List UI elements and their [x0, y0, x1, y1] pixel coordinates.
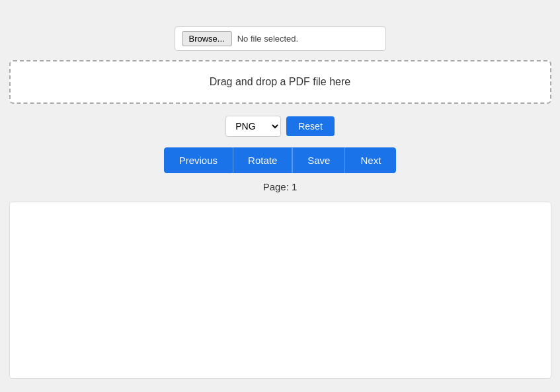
- nav-row: Previous Rotate Save Next: [164, 147, 397, 173]
- next-button[interactable]: Next: [345, 147, 396, 173]
- drop-zone[interactable]: Drag and drop a PDF file here: [9, 60, 551, 104]
- controls-row: PNG JPG WEBP Reset: [225, 116, 335, 137]
- browse-button[interactable]: Browse...: [182, 31, 232, 46]
- page-label: Page: 1: [263, 181, 298, 192]
- previous-button[interactable]: Previous: [164, 147, 233, 173]
- preview-area: [9, 202, 551, 379]
- no-file-label: No file selected.: [237, 34, 299, 44]
- format-select[interactable]: PNG JPG WEBP: [225, 116, 281, 137]
- save-button[interactable]: Save: [292, 147, 345, 173]
- file-input-wrapper: Browse... No file selected.: [175, 26, 386, 51]
- drop-zone-text: Drag and drop a PDF file here: [210, 76, 350, 88]
- rotate-button[interactable]: Rotate: [233, 147, 292, 173]
- reset-button[interactable]: Reset: [286, 116, 335, 136]
